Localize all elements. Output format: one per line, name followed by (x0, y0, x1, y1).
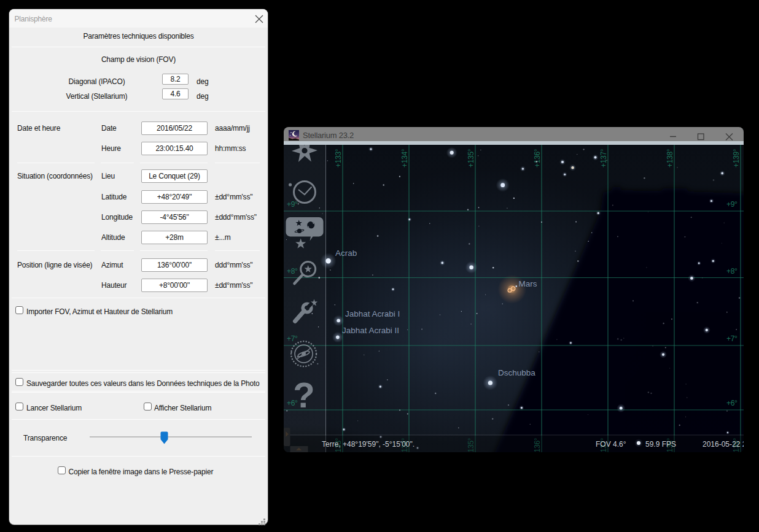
svg-text:+133°: +133° (334, 148, 343, 168)
svg-text:59.9 FPS: 59.9 FPS (645, 440, 676, 449)
svg-text:Jabhat Acrabi II: Jabhat Acrabi II (342, 326, 399, 335)
svg-text:+139°: +139° (732, 148, 741, 168)
svg-text:FOV 4.6°: FOV 4.6° (596, 440, 626, 449)
svg-text:+8°: +8° (726, 267, 738, 276)
svg-text:Dschubba: Dschubba (498, 368, 535, 377)
svg-text:+136°: +136° (533, 148, 542, 168)
svg-text:2016-05-22 23: 2016-05-22 23 (703, 440, 744, 449)
svg-text:+135°: +135° (467, 148, 475, 168)
svg-text:Jabhat Acrabi I: Jabhat Acrabi I (345, 309, 400, 318)
svg-text:+7°: +7° (726, 334, 738, 343)
svg-text:+6°: +6° (726, 399, 738, 407)
svg-text:?: ? (293, 375, 314, 415)
svg-text:+9°: +9° (726, 200, 738, 209)
svg-text:+138°: +138° (666, 148, 674, 168)
svg-text:+137°: +137° (599, 148, 608, 168)
svg-text:Acrab: Acrab (335, 249, 357, 258)
svg-text:Mars: Mars (519, 279, 537, 288)
svg-text:+134°: +134° (400, 148, 409, 168)
svg-text:Terre, +48°19'59", -5°15'00".: Terre, +48°19'59", -5°15'00". (322, 440, 415, 449)
